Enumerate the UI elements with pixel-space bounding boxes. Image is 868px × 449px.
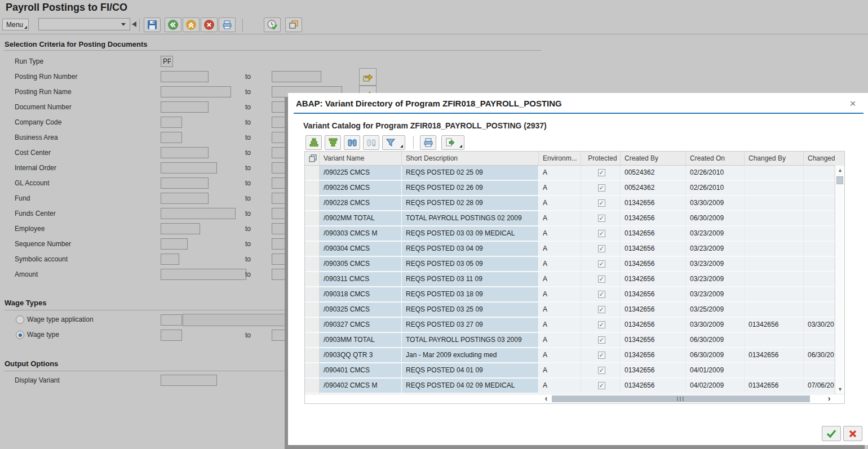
collapse-toolbar-icon[interactable] [132, 21, 136, 27]
field-input-employee[interactable] [161, 223, 200, 234]
export-button[interactable] [441, 135, 464, 150]
table-row[interactable]: /0903QQ QTR 3 Jan - Mar 2009 excluding m… [305, 348, 844, 363]
find-next-button[interactable] [363, 135, 379, 150]
field-input-run_type[interactable] [161, 56, 173, 67]
field-input-symbolic_account[interactable] [161, 254, 179, 265]
table-row[interactable]: /090318 CMCS REQS POSTED 03 18 09 A 0134… [305, 287, 844, 303]
row-selector-cell[interactable] [305, 166, 320, 181]
scroll-down-icon[interactable]: ▼ [836, 385, 844, 393]
scroll-left-icon[interactable]: ‹ [542, 394, 551, 403]
sort-descending-button[interactable] [325, 135, 341, 150]
scroll-right-icon[interactable]: › [825, 394, 834, 403]
protected-checkbox[interactable] [598, 199, 605, 207]
vertical-scrollbar[interactable]: ▲ ▼ [835, 166, 844, 394]
field-input-company_code[interactable] [161, 117, 182, 128]
table-row[interactable]: /090226 CMCS REQS POSTED 02 26 09 A 0052… [305, 181, 844, 196]
protected-checkbox[interactable] [598, 215, 605, 222]
column-header-chby[interactable]: Changed By [745, 152, 804, 166]
protected-checkbox[interactable] [598, 352, 605, 359]
protected-checkbox[interactable] [598, 291, 605, 298]
row-selector-cell[interactable] [305, 303, 320, 318]
field-input-document_number[interactable] [161, 101, 209, 113]
vertical-scroll-thumb[interactable] [836, 176, 843, 184]
exit-button[interactable] [183, 17, 200, 32]
find-button[interactable] [344, 135, 360, 150]
column-header-desc[interactable]: Short Description [402, 152, 539, 166]
cancel-button[interactable] [201, 17, 218, 32]
print-button[interactable] [219, 17, 236, 32]
table-row[interactable]: /090327 CMCS REQS POSTED 03 27 09 A 0134… [305, 318, 844, 333]
column-header-env[interactable]: Environm... [539, 152, 581, 166]
table-row[interactable]: /0903MM TOTAL TOTAL PAYROLL POSTINGS 03 … [305, 333, 844, 348]
field-input-amount[interactable] [161, 269, 246, 280]
table-row[interactable]: /0902MM TOTAL TOTAL PAYROLL POSTINGS 02 … [305, 211, 844, 226]
field-input-fund[interactable] [161, 193, 209, 204]
dialog-close-icon[interactable]: × [846, 97, 860, 110]
horizontal-scroll-thumb[interactable] [552, 395, 810, 402]
table-row[interactable]: /090225 CMCS REQS POSTED 02 25 09 A 0052… [305, 166, 844, 181]
row-selector-cell[interactable] [305, 272, 320, 287]
row-selector-cell[interactable] [305, 379, 320, 394]
protected-checkbox[interactable] [598, 321, 605, 328]
multiple-selection-button[interactable] [359, 68, 377, 86]
row-selector-cell[interactable] [305, 333, 320, 348]
radio-wage-type[interactable] [16, 331, 24, 339]
protected-checkbox[interactable] [598, 367, 605, 374]
scroll-up-icon[interactable]: ▲ [836, 166, 844, 174]
field-input-cost_center[interactable] [161, 147, 209, 158]
field-input-funds_center[interactable] [161, 208, 236, 219]
display-variant-input[interactable] [161, 375, 217, 386]
new-session-button[interactable] [285, 17, 302, 32]
row-selector-cell[interactable] [305, 257, 320, 272]
row-selector-cell[interactable] [305, 348, 320, 363]
protected-checkbox[interactable] [598, 169, 605, 176]
save-button[interactable] [144, 17, 161, 32]
table-row[interactable]: /090303 CMCS M REQS POSTED 03 03 09 MEDI… [305, 226, 844, 242]
dialog-print-button[interactable] [420, 135, 436, 150]
execute-check-button[interactable] [264, 17, 281, 32]
table-row[interactable]: /090228 CMCS REQS POSTED 02 28 09 A 0134… [305, 196, 844, 211]
table-row[interactable]: /090325 CMCS REQS POSTED 03 25 09 A 0134… [305, 303, 844, 318]
command-combobox[interactable] [38, 18, 130, 30]
row-selector-cell[interactable] [305, 181, 320, 196]
column-header-prot[interactable]: Protected [581, 152, 621, 166]
table-row[interactable]: /090401 CMCS REQS POSTED 04 01 09 A 0134… [305, 363, 844, 379]
field-input-posting_run_number-to[interactable] [272, 71, 321, 82]
dialog-cancel-button[interactable] [843, 426, 862, 441]
sort-ascending-button[interactable] [305, 135, 322, 150]
field-input-gl_account[interactable] [161, 177, 209, 189]
column-header-chon[interactable]: Changed On [804, 152, 835, 166]
field-input-business_area[interactable] [161, 132, 182, 143]
protected-checkbox[interactable] [598, 382, 605, 389]
column-header-cby[interactable]: Created By [621, 152, 686, 166]
protected-checkbox[interactable] [598, 306, 605, 313]
field-input-posting_run_name[interactable] [161, 86, 231, 97]
field-input-sequence_number[interactable] [161, 238, 188, 250]
filter-button[interactable] [382, 135, 405, 150]
back-button[interactable] [165, 17, 181, 32]
protected-checkbox[interactable] [598, 230, 605, 237]
combobox-chevron-down-icon[interactable] [121, 23, 126, 26]
table-row[interactable]: /090305 CMCS REQS POSTED 03 05 09 A 0134… [305, 257, 844, 272]
table-row[interactable]: /090402 CMCS M REQS POSTED 04 02 09 MEDI… [305, 379, 844, 394]
row-selector-cell[interactable] [305, 211, 320, 226]
select-all-header-cell[interactable] [305, 152, 320, 166]
row-selector-cell[interactable] [305, 242, 320, 257]
menu-button[interactable]: Menu [2, 19, 29, 30]
protected-checkbox[interactable] [598, 275, 605, 283]
table-row[interactable]: /090311 CMCS REQS POSTED 03 11 09 A 0134… [305, 272, 844, 287]
horizontal-scrollbar[interactable]: ‹ › [305, 394, 844, 403]
field-input-posting_run_number[interactable] [161, 71, 209, 82]
protected-checkbox[interactable] [598, 336, 605, 344]
row-selector-cell[interactable] [305, 226, 320, 242]
wage-type-from-input[interactable] [161, 330, 182, 341]
row-selector-cell[interactable] [305, 363, 320, 379]
confirm-button[interactable] [822, 426, 841, 441]
protected-checkbox[interactable] [598, 260, 605, 268]
column-header-con[interactable]: Created On [686, 152, 745, 166]
row-selector-cell[interactable] [305, 318, 320, 333]
column-header-variant[interactable]: Variant Name [320, 152, 402, 166]
field-input-internal_order[interactable] [161, 162, 217, 174]
radio-wage-type-application[interactable] [16, 315, 24, 324]
wage-type-application-input[interactable] [161, 314, 182, 326]
